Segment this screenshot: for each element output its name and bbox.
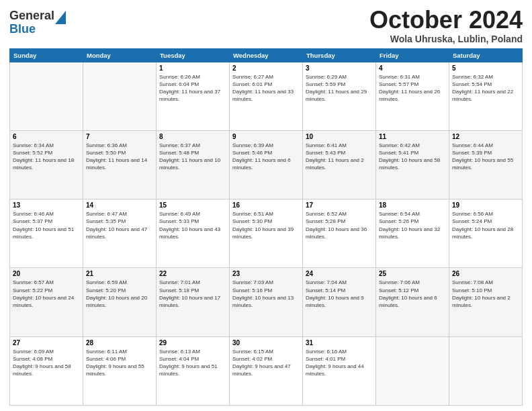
calendar-cell: 26 Sunrise: 7:08 AMSunset: 5:10 PMDaylig… [449, 268, 523, 336]
weekday-header-cell: Sunday [10, 48, 83, 62]
day-info: Sunrise: 7:06 AMSunset: 5:12 PMDaylight:… [379, 279, 446, 309]
day-number: 11 [379, 133, 446, 140]
calendar-cell: 14 Sunrise: 6:47 AMSunset: 5:35 PMDaylig… [83, 199, 157, 268]
calendar-cell: 5 Sunrise: 6:32 AMSunset: 5:54 PMDayligh… [449, 62, 523, 130]
weekday-header-cell: Tuesday [157, 48, 230, 62]
calendar-cell: 8 Sunrise: 6:37 AMSunset: 5:48 PMDayligh… [157, 130, 230, 199]
day-info: Sunrise: 6:16 AMSunset: 4:01 PMDaylight:… [306, 348, 373, 378]
day-info: Sunrise: 6:32 AMSunset: 5:54 PMDaylight:… [452, 73, 519, 103]
day-number: 30 [232, 339, 300, 347]
calendar-cell: 22 Sunrise: 7:01 AMSunset: 5:18 PMDaylig… [157, 268, 230, 336]
calendar-cell: 20 Sunrise: 6:57 AMSunset: 5:22 PMDaylig… [10, 268, 83, 336]
day-info: Sunrise: 6:41 AMSunset: 5:43 PMDaylight:… [306, 142, 373, 172]
calendar-cell: 9 Sunrise: 6:39 AMSunset: 5:46 PMDayligh… [230, 130, 303, 199]
day-number: 21 [86, 270, 153, 277]
day-number: 12 [452, 133, 519, 140]
day-info: Sunrise: 6:13 AMSunset: 4:04 PMDaylight:… [159, 348, 226, 378]
day-info: Sunrise: 7:08 AMSunset: 5:10 PMDaylight:… [452, 279, 519, 309]
day-number: 27 [13, 339, 80, 347]
day-number: 17 [306, 201, 373, 209]
day-info: Sunrise: 6:54 AMSunset: 5:26 PMDaylight:… [379, 210, 446, 240]
day-number: 25 [379, 270, 446, 277]
day-info: Sunrise: 6:27 AMSunset: 6:01 PMDaylight:… [232, 73, 300, 103]
day-info: Sunrise: 6:26 AMSunset: 6:04 PMDaylight:… [159, 73, 226, 103]
calendar-cell [376, 336, 449, 405]
weekday-header-cell: Saturday [449, 48, 523, 62]
calendar-cell: 6 Sunrise: 6:34 AMSunset: 5:52 PMDayligh… [10, 130, 83, 199]
day-number: 13 [13, 201, 80, 209]
location: Wola Uhruska, Lublin, Poland [369, 34, 523, 44]
day-info: Sunrise: 6:59 AMSunset: 5:20 PMDaylight:… [86, 279, 153, 309]
calendar-cell [83, 62, 157, 130]
page: General Blue October 2024 Wola Uhruska, … [0, 0, 532, 411]
calendar-cell: 31 Sunrise: 6:16 AMSunset: 4:01 PMDaylig… [303, 336, 376, 405]
day-number: 4 [379, 64, 446, 72]
calendar-cell: 18 Sunrise: 6:54 AMSunset: 5:26 PMDaylig… [376, 199, 449, 268]
calendar-cell: 24 Sunrise: 7:04 AMSunset: 5:14 PMDaylig… [303, 268, 376, 336]
calendar-week-row: 6 Sunrise: 6:34 AMSunset: 5:52 PMDayligh… [10, 130, 523, 199]
calendar-cell: 15 Sunrise: 6:49 AMSunset: 5:33 PMDaylig… [157, 199, 230, 268]
calendar-table: SundayMondayTuesdayWednesdayThursdayFrid… [9, 48, 523, 406]
calendar-cell: 7 Sunrise: 6:36 AMSunset: 5:50 PMDayligh… [83, 130, 157, 199]
day-info: Sunrise: 6:11 AMSunset: 4:06 PMDaylight:… [86, 348, 153, 378]
weekday-header-cell: Friday [376, 48, 449, 62]
day-info: Sunrise: 6:36 AMSunset: 5:50 PMDaylight:… [86, 142, 153, 172]
day-number: 19 [452, 201, 519, 209]
calendar-cell: 2 Sunrise: 6:27 AMSunset: 6:01 PMDayligh… [230, 62, 303, 130]
day-number: 26 [452, 270, 519, 277]
weekday-header-cell: Monday [83, 48, 157, 62]
day-number: 23 [232, 270, 300, 277]
day-number: 24 [306, 270, 373, 277]
day-info: Sunrise: 7:03 AMSunset: 5:16 PMDaylight:… [232, 279, 300, 309]
day-number: 10 [306, 133, 373, 140]
day-number: 5 [452, 64, 519, 72]
day-number: 1 [159, 64, 226, 72]
calendar-week-row: 13 Sunrise: 6:46 AMSunset: 5:37 PMDaylig… [10, 199, 523, 268]
calendar-cell: 1 Sunrise: 6:26 AMSunset: 6:04 PMDayligh… [157, 62, 230, 130]
day-number: 6 [13, 133, 80, 140]
day-number: 31 [306, 339, 373, 347]
weekday-header-cell: Wednesday [230, 48, 303, 62]
calendar-cell: 27 Sunrise: 6:09 AMSunset: 4:08 PMDaylig… [10, 336, 83, 405]
day-info: Sunrise: 6:34 AMSunset: 5:52 PMDaylight:… [13, 142, 80, 172]
day-info: Sunrise: 6:52 AMSunset: 5:28 PMDaylight:… [306, 210, 373, 240]
calendar-body: 1 Sunrise: 6:26 AMSunset: 6:04 PMDayligh… [10, 62, 523, 405]
day-info: Sunrise: 6:15 AMSunset: 4:02 PMDaylight:… [232, 348, 300, 378]
calendar-cell: 16 Sunrise: 6:51 AMSunset: 5:30 PMDaylig… [230, 199, 303, 268]
calendar-cell [10, 62, 83, 130]
day-info: Sunrise: 6:51 AMSunset: 5:30 PMDaylight:… [232, 210, 300, 240]
day-info: Sunrise: 6:42 AMSunset: 5:41 PMDaylight:… [379, 142, 446, 172]
weekday-header-cell: Thursday [303, 48, 376, 62]
day-info: Sunrise: 6:29 AMSunset: 5:59 PMDaylight:… [306, 73, 373, 103]
calendar-cell: 30 Sunrise: 6:15 AMSunset: 4:02 PMDaylig… [230, 336, 303, 405]
day-number: 28 [86, 339, 153, 347]
day-number: 16 [232, 201, 300, 209]
logo-text: General Blue [9, 9, 54, 36]
day-number: 9 [232, 133, 300, 140]
weekday-header-row: SundayMondayTuesdayWednesdayThursdayFrid… [10, 48, 523, 62]
header: General Blue October 2024 Wola Uhruska, … [9, 7, 523, 44]
month-title: October 2024 [369, 7, 523, 34]
day-info: Sunrise: 7:04 AMSunset: 5:14 PMDaylight:… [306, 279, 373, 309]
day-info: Sunrise: 6:46 AMSunset: 5:37 PMDaylight:… [13, 210, 80, 240]
calendar-cell: 13 Sunrise: 6:46 AMSunset: 5:37 PMDaylig… [10, 199, 83, 268]
day-number: 2 [232, 64, 300, 72]
calendar-week-row: 1 Sunrise: 6:26 AMSunset: 6:04 PMDayligh… [10, 62, 523, 130]
day-info: Sunrise: 6:44 AMSunset: 5:39 PMDaylight:… [452, 142, 519, 172]
calendar-cell: 4 Sunrise: 6:31 AMSunset: 5:57 PMDayligh… [376, 62, 449, 130]
day-info: Sunrise: 6:39 AMSunset: 5:46 PMDaylight:… [232, 142, 300, 172]
day-info: Sunrise: 6:57 AMSunset: 5:22 PMDaylight:… [13, 279, 80, 309]
calendar-cell: 23 Sunrise: 7:03 AMSunset: 5:16 PMDaylig… [230, 268, 303, 336]
day-number: 20 [13, 270, 80, 277]
day-number: 8 [159, 133, 226, 140]
day-number: 14 [86, 201, 153, 209]
day-info: Sunrise: 6:47 AMSunset: 5:35 PMDaylight:… [86, 210, 153, 240]
day-number: 15 [159, 201, 226, 209]
day-number: 7 [86, 133, 153, 140]
logo-blue: Blue [9, 22, 36, 36]
calendar-cell: 10 Sunrise: 6:41 AMSunset: 5:43 PMDaylig… [303, 130, 376, 199]
calendar-cell: 3 Sunrise: 6:29 AMSunset: 5:59 PMDayligh… [303, 62, 376, 130]
day-number: 3 [306, 64, 373, 72]
logo: General Blue [9, 9, 66, 36]
svg-marker-0 [55, 11, 66, 24]
